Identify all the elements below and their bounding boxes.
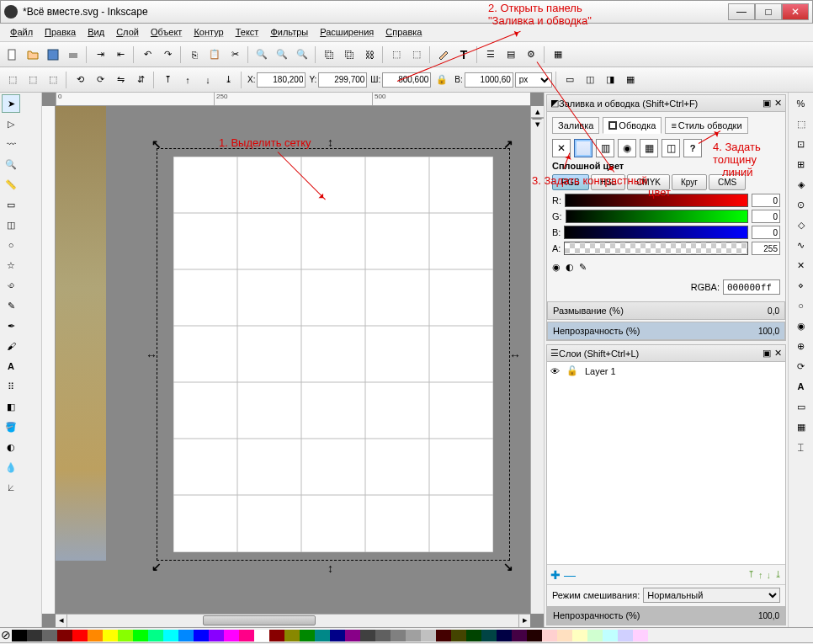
tweak-tool[interactable]: 〰 xyxy=(2,135,20,153)
palette-swatch[interactable] xyxy=(133,630,148,641)
eraser-tool[interactable]: ◧ xyxy=(2,397,20,416)
w-input[interactable] xyxy=(382,72,431,88)
mode-rgb[interactable]: RGB xyxy=(552,174,589,190)
palette-swatch[interactable] xyxy=(633,630,648,641)
menu-filters[interactable]: Фильтры xyxy=(265,25,313,40)
palette-swatch[interactable] xyxy=(572,630,587,641)
palette-swatch[interactable] xyxy=(497,630,512,641)
undo-button[interactable]: ↶ xyxy=(138,45,157,64)
palette-swatch[interactable] xyxy=(103,630,118,641)
layer-up-button[interactable]: ↑ xyxy=(758,570,763,580)
snap-cusp[interactable]: ⋄ xyxy=(792,276,810,295)
mode-cmyk[interactable]: CMYK xyxy=(627,174,670,190)
panel-close-button[interactable]: ✕ xyxy=(774,98,782,109)
snap-object-center[interactable]: ⊕ xyxy=(792,337,810,355)
handle-nw[interactable]: ↖ xyxy=(151,137,163,149)
snap-corner[interactable]: ⊞ xyxy=(792,155,810,173)
paint-radial[interactable]: ◉ xyxy=(618,139,636,157)
cut-button[interactable]: ✂ xyxy=(226,45,244,64)
handle-ne[interactable]: ↗ xyxy=(503,137,515,149)
fill-tool[interactable]: 🪣 xyxy=(2,418,20,436)
node-tool[interactable]: ▷ xyxy=(2,114,20,133)
opacity-row[interactable]: Непрозрачность (%)100,0 xyxy=(547,322,785,340)
zoom-drawing-button[interactable]: 🔍 xyxy=(273,45,291,64)
palette-swatch[interactable] xyxy=(269,630,284,641)
spray-tool[interactable]: ⠿ xyxy=(2,377,20,396)
palette-swatch[interactable] xyxy=(587,630,603,641)
prefs-button[interactable]: ⚙ xyxy=(522,45,540,64)
snap-midpoint[interactable]: ◈ xyxy=(792,175,810,194)
layer-opacity-row[interactable]: Непрозрачность (%)100,0 xyxy=(547,606,785,625)
palette-swatch[interactable] xyxy=(603,630,618,641)
lower-bottom-button[interactable]: ⤓ xyxy=(219,71,237,89)
remove-layer-button[interactable]: — xyxy=(564,568,576,582)
palette-swatch[interactable] xyxy=(315,630,330,641)
paste-button[interactable]: 📋 xyxy=(205,45,224,64)
palette-swatch[interactable] xyxy=(163,630,178,641)
menu-help[interactable]: Справка xyxy=(380,25,427,40)
menu-path[interactable]: Контур xyxy=(189,25,228,40)
layer-name[interactable]: Layer 1 xyxy=(585,366,616,376)
copy-button[interactable]: ⎘ xyxy=(185,45,204,64)
handle-n[interactable]: ↕ xyxy=(327,136,339,147)
palette-swatch[interactable] xyxy=(209,630,224,641)
dropper-tool[interactable]: 💧 xyxy=(2,458,20,476)
palette-swatch[interactable] xyxy=(284,630,300,641)
lock-icon[interactable]: 🔓 xyxy=(566,365,578,376)
snap-edge[interactable]: ⊡ xyxy=(792,135,810,153)
palette-swatch[interactable] xyxy=(391,630,406,641)
palette-swatch[interactable] xyxy=(406,630,421,641)
layer-down-button[interactable]: ↓ xyxy=(767,570,772,580)
r-input[interactable] xyxy=(752,194,780,207)
print-button[interactable] xyxy=(64,45,82,64)
zoom-selection-button[interactable]: 🔍 xyxy=(252,45,271,64)
new-button[interactable] xyxy=(3,45,22,64)
palette-swatch[interactable] xyxy=(527,630,542,641)
tab-stroke-style[interactable]: ≡Стиль обводки xyxy=(665,117,747,134)
menu-extensions[interactable]: Расширения xyxy=(315,25,379,40)
blur-row[interactable]: Размывание (%)0,0 xyxy=(547,301,785,320)
select-all-button[interactable]: ⬚ xyxy=(3,71,22,89)
menu-file[interactable]: Файл xyxy=(5,25,38,40)
menu-view[interactable]: Вид xyxy=(82,25,109,40)
tab-fill[interactable]: Заливка xyxy=(552,117,599,134)
palette-swatch[interactable] xyxy=(27,630,42,641)
palette-swatch[interactable] xyxy=(375,630,391,641)
layers-undock-button[interactable]: ▣ xyxy=(763,348,771,359)
snap-center[interactable]: ⊙ xyxy=(792,195,810,214)
import-button[interactable]: ⇥ xyxy=(91,45,109,64)
zoom-tool[interactable]: 🔍 xyxy=(2,155,20,173)
scrollbar-horizontal[interactable]: ◂ ▸ xyxy=(56,614,530,627)
palette-swatch[interactable] xyxy=(224,630,239,641)
r-slider[interactable] xyxy=(565,194,748,207)
selector-tool[interactable]: ➤ xyxy=(2,94,20,113)
dropper-icon[interactable]: ✎ xyxy=(579,262,587,273)
ungroup-button[interactable]: ⬚ xyxy=(407,45,426,64)
align-button[interactable]: ▤ xyxy=(502,45,520,64)
scrollbar-vertical[interactable]: ▴ ▾ xyxy=(530,106,544,614)
raise-top-button[interactable]: ⤒ xyxy=(158,71,177,89)
palette-swatch[interactable] xyxy=(618,630,633,641)
menu-object[interactable]: Объект xyxy=(146,25,187,40)
select-layers-button[interactable]: ⬚ xyxy=(24,71,42,89)
calligraphy-tool[interactable]: 🖌 xyxy=(2,337,20,355)
mode-hsl[interactable]: HSL xyxy=(591,174,625,190)
snap-smooth[interactable]: ○ xyxy=(792,296,810,315)
panel-undock-button[interactable]: ▣ xyxy=(763,98,771,109)
rotate-ccw-button[interactable]: ⟲ xyxy=(71,71,89,89)
group-button[interactable]: ⬚ xyxy=(387,45,406,64)
paint-pattern[interactable]: ▦ xyxy=(640,139,658,157)
palette-swatch[interactable] xyxy=(300,630,315,641)
star-tool[interactable]: ☆ xyxy=(2,256,20,274)
add-layer-button[interactable]: ✚ xyxy=(550,568,561,582)
rotate-cw-button[interactable]: ⟳ xyxy=(91,71,109,89)
xml-button[interactable]: ☰ xyxy=(481,45,500,64)
3dbox-tool[interactable]: ◫ xyxy=(2,216,20,234)
palette-swatch[interactable] xyxy=(481,630,497,641)
a-input[interactable] xyxy=(752,242,780,255)
layer-row[interactable]: 👁 🔓 Layer 1 xyxy=(547,362,785,380)
palette-swatch[interactable] xyxy=(512,630,527,641)
cms-icon[interactable]: ◐ xyxy=(566,262,574,273)
snap-page[interactable]: ▭ xyxy=(792,397,810,416)
palette-swatch[interactable] xyxy=(345,630,360,641)
